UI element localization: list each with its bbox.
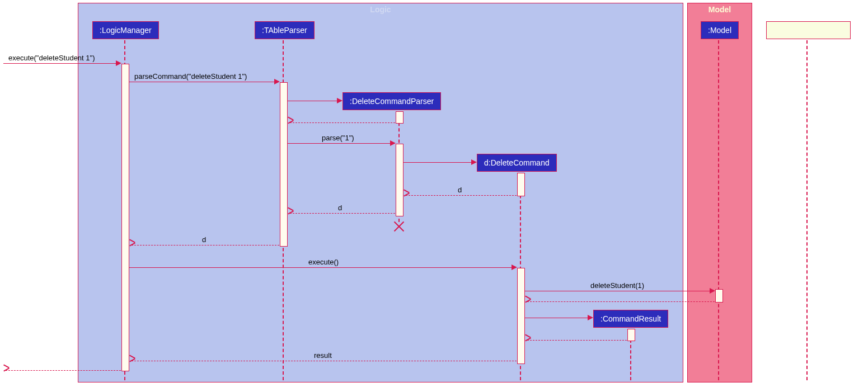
arrowhead-return-model <box>525 299 531 304</box>
arrow-m5 <box>290 213 395 214</box>
label-m3: parse("1") <box>322 134 354 142</box>
arrowhead-create-dcp <box>337 98 342 103</box>
arrowhead-m6 <box>129 242 135 248</box>
arrowhead-m9 <box>129 358 135 363</box>
arrow-m9 <box>132 361 517 361</box>
label-m6: d <box>202 235 206 244</box>
activation-table-parser <box>280 82 288 247</box>
arrowhead-return-dcp <box>288 120 293 125</box>
arrow-create-dcp <box>288 101 340 101</box>
participant-address-book: AddressBookParser <box>766 21 851 39</box>
activation-dcp-1 <box>396 111 403 124</box>
arrowhead-return-caller <box>3 367 9 373</box>
arrowhead-m1 <box>116 60 121 66</box>
arrowhead-m5 <box>288 210 293 216</box>
arrowhead-create-cr <box>588 315 593 320</box>
label-m9: result <box>314 351 332 360</box>
sequence-diagram: Logic Model :LogicManager :TAbleParser :… <box>0 0 868 392</box>
label-m5: d <box>338 204 342 212</box>
arrow-m4 <box>406 195 517 196</box>
arrowhead-m4 <box>403 192 409 198</box>
lifeline-address-book <box>806 40 808 380</box>
arrow-m8 <box>525 291 713 291</box>
activation-dc-1 <box>517 173 525 196</box>
arrowhead-m7 <box>512 265 517 270</box>
participant-logic-manager: :LogicManager <box>92 21 159 39</box>
arrow-m3 <box>288 143 393 144</box>
destroy-icon <box>392 220 406 233</box>
arrow-return-cr <box>527 340 627 341</box>
arrow-return-model <box>527 301 715 302</box>
arrowhead-m8 <box>710 288 715 294</box>
arrowhead-create-dc <box>471 159 477 165</box>
participant-delete-command-parser: :DeleteCommandParser <box>342 92 441 110</box>
label-m2: parseCommand("deleteStudent 1") <box>134 72 247 81</box>
frame-logic-title: Logic <box>78 3 683 16</box>
arrow-m1 <box>3 63 119 64</box>
activation-command-result <box>627 329 635 341</box>
participant-command-result: :CommandResult <box>593 310 668 328</box>
frame-logic: Logic <box>78 3 683 382</box>
label-m4: d <box>458 186 462 194</box>
frame-model: Model <box>687 3 752 382</box>
activation-model <box>715 289 723 303</box>
activation-dc-2 <box>517 268 525 364</box>
arrow-create-dc <box>403 162 475 163</box>
label-m7: execute() <box>308 258 339 266</box>
arrow-create-cr <box>525 318 591 318</box>
arrow-return-dcp <box>290 122 395 123</box>
frame-model-title: Model <box>688 3 752 16</box>
label-m1: execute("deleteStudent 1") <box>8 54 95 62</box>
arrowhead-m2 <box>274 79 280 84</box>
participant-table-parser: :TAbleParser <box>255 21 315 39</box>
arrow-m6 <box>132 245 279 245</box>
participant-delete-command: d:DeleteCommand <box>477 154 557 172</box>
lifeline-model <box>718 40 719 380</box>
arrowhead-m3 <box>390 140 396 146</box>
arrow-m2 <box>129 82 278 82</box>
activation-dcp-2 <box>396 144 403 216</box>
activation-logic-manager <box>121 64 129 371</box>
label-m8: deleteStudent(1) <box>590 281 644 290</box>
arrow-return-caller <box>6 370 121 371</box>
arrowhead-return-cr <box>525 337 531 343</box>
participant-model: :Model <box>701 21 739 39</box>
arrow-m7 <box>129 267 515 268</box>
